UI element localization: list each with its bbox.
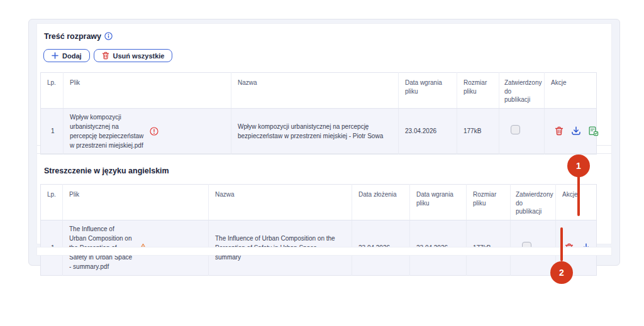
- annotation-line-2: [560, 227, 563, 261]
- dissertation-files-table: Lp. Plik Nazwa Data wgrania pliku Rozmia…: [40, 72, 597, 155]
- approved-checkbox[interactable]: [511, 125, 520, 134]
- column-header-actions: Akcje: [556, 185, 597, 220]
- column-header-plik: Plik: [63, 185, 209, 220]
- add-button[interactable]: Dodaj: [43, 49, 90, 62]
- column-header-lp: Lp.: [41, 185, 63, 220]
- column-header-size: Rozmiar pliku: [467, 185, 511, 220]
- section-dissertation-content: Treść rozprawy: [37, 24, 611, 146]
- annotation-marker-2: 2: [550, 261, 573, 284]
- section-english-summary: Streszczenie w języku angielskim Lp. Pli…: [37, 154, 611, 276]
- add-button-label: Dodaj: [62, 52, 82, 60]
- column-header-approved: Zatwierdzony do publikacji: [511, 185, 556, 220]
- remove-all-button[interactable]: Usuń wszystkie: [94, 49, 173, 62]
- annotation-marker-1: 1: [567, 155, 590, 177]
- summary-files-table: Lp. Plik Nazwa Data złożenia Data wgrani…: [40, 184, 597, 276]
- column-header-nazwa: Nazwa: [231, 73, 399, 109]
- table-header-row: Lp. Plik Nazwa Data wgrania pliku Rozmia…: [41, 73, 597, 109]
- file-name-text: Wpływ kompozycji urbanistycznej na perce…: [70, 112, 145, 150]
- table-header-row: Lp. Plik Nazwa Data złożenia Data wgrani…: [41, 185, 597, 220]
- section-title-dissertation: Treść rozprawy: [44, 32, 101, 41]
- info-icon[interactable]: [104, 32, 113, 40]
- dissertation-files-card: Treść rozprawy: [28, 19, 620, 266]
- annotation-line-1: [577, 176, 580, 216]
- column-header-plik: Plik: [64, 73, 231, 109]
- delete-icon[interactable]: [555, 126, 564, 136]
- trash-icon: [102, 52, 109, 60]
- document-approve-icon[interactable]: [589, 126, 599, 136]
- column-header-size: Rozmiar pliku: [457, 73, 499, 109]
- column-header-submission-date: Data złożenia: [352, 185, 410, 220]
- download-icon[interactable]: [571, 126, 581, 136]
- error-circle-icon: [150, 127, 225, 136]
- column-header-nazwa: Nazwa: [209, 185, 352, 220]
- section-title-summary: Streszczenie w języku angielskim: [44, 166, 169, 175]
- footer-strip: [36, 247, 612, 256]
- plus-icon: [52, 52, 58, 59]
- column-header-actions: Akcje: [545, 73, 597, 109]
- column-header-approved: Zatwierdzony do publikacji: [499, 73, 545, 109]
- column-header-upload-date: Data wgrania pliku: [410, 185, 467, 220]
- page: Treść rozprawy: [0, 0, 644, 326]
- main-panel: Treść rozprawy: [36, 23, 612, 244]
- column-header-upload-date: Data wgrania pliku: [399, 73, 457, 109]
- remove-all-button-label: Usuń wszystkie: [113, 52, 165, 60]
- column-header-lp: Lp.: [41, 73, 64, 109]
